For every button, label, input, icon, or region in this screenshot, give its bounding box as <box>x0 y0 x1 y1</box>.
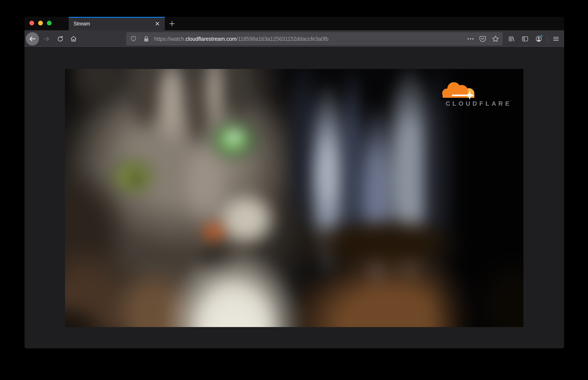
video-player[interactable]: CLOUDFLARE' <box>65 69 523 327</box>
zoom-window-button[interactable] <box>47 21 52 25</box>
navigation-toolbar: https://watch.cloudflarestream.com/11859… <box>24 30 564 48</box>
hamburger-menu-icon <box>553 35 560 42</box>
tracking-protection-shield-icon[interactable] <box>130 36 137 42</box>
plus-icon <box>168 20 176 27</box>
reload-button[interactable] <box>57 35 64 42</box>
library-icon <box>508 35 515 42</box>
trademark-mark: ' <box>510 100 511 103</box>
forward-icon <box>43 35 50 42</box>
bookmark-star-icon[interactable] <box>492 35 499 43</box>
tab-stream[interactable]: Stream <box>69 17 165 30</box>
tab-title: Stream <box>73 21 154 27</box>
minimize-window-button[interactable] <box>38 21 43 25</box>
new-tab-button[interactable] <box>168 20 176 28</box>
window-controls <box>29 21 52 25</box>
active-tab-accent <box>69 17 165 18</box>
home-icon <box>70 35 77 42</box>
close-window-button[interactable] <box>29 21 34 25</box>
video-frame-cat <box>65 69 523 327</box>
cloudflare-cloud-icon <box>441 81 477 100</box>
cloudflare-watermark: CLOUDFLARE' <box>441 81 511 107</box>
back-button[interactable] <box>26 32 39 45</box>
url-bar[interactable]: https://watch.cloudflarestream.com/11859… <box>126 33 502 45</box>
toolbar-separator <box>547 35 547 43</box>
browser-window: Stream <box>24 17 564 348</box>
lock-icon <box>143 36 149 42</box>
url-scheme-subdomain: https://watch. <box>154 36 186 42</box>
menu-button[interactable] <box>553 35 560 42</box>
page-content: CLOUDFLARE' <box>24 48 564 348</box>
url-text[interactable]: https://watch.cloudflarestream.com/11859… <box>154 36 467 42</box>
page-actions-icon[interactable] <box>467 38 474 40</box>
url-domain: cloudflarestream.com <box>186 36 236 42</box>
url-path: /118598a163a125631152ddaccfe3a0fb <box>236 36 328 42</box>
cloudflare-wordmark: CLOUDFLARE' <box>441 100 511 107</box>
reload-icon <box>57 35 64 42</box>
account-notification-dot <box>540 34 543 37</box>
pocket-icon[interactable] <box>479 35 486 42</box>
library-button[interactable] <box>508 35 515 42</box>
sidebar-toggle-button[interactable] <box>521 35 529 42</box>
tab-bar: Stream <box>24 17 564 30</box>
account-button[interactable] <box>535 35 542 42</box>
home-button[interactable] <box>70 35 77 42</box>
forward-button[interactable] <box>43 35 50 42</box>
sidebar-icon <box>521 35 529 42</box>
back-icon <box>28 35 36 43</box>
close-tab-icon[interactable] <box>154 20 161 27</box>
